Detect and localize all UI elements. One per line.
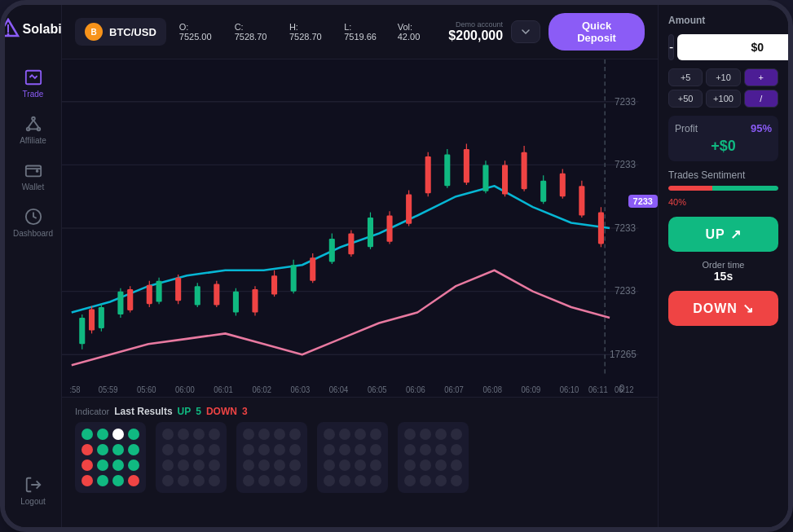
dot [112,444,124,455]
svg-point-2 [7,33,9,36]
ohlc-data: O: 7525.00 C: 7528.70 H: 7528.70 L: 7519… [179,22,436,42]
dot [162,429,174,440]
demo-label: Demo account [448,20,503,29]
quick-amt-50[interactable]: +50 [668,90,703,108]
sidebar-item-trade[interactable]: Trade [5,60,61,107]
dot [274,444,285,455]
down-button[interactable]: DOWN ↘ [668,291,778,326]
dot [178,444,189,455]
logout-icon [24,476,42,494]
svg-text:05:60: 05:60 [137,385,156,394]
amount-input[interactable] [677,34,793,60]
ohlc-close: C: 7528.70 [235,22,276,42]
quick-amt-plus[interactable]: + [744,68,778,86]
svg-line-8 [33,120,38,127]
account-dropdown[interactable] [511,20,540,43]
last-results-label: Last Results [114,406,172,417]
dot [324,429,335,440]
dot [355,459,366,471]
dot [404,475,416,486]
demo-account: Demo account $200,000 [448,20,503,43]
order-time-label: Order time [668,260,778,270]
chevron-down-icon [520,26,531,37]
dot [178,459,189,471]
dot [404,429,416,440]
svg-text:06:00: 06:00 [175,385,195,394]
dot [435,429,447,440]
dot [289,444,301,455]
sidebar-item-logout[interactable]: Logout [5,468,61,514]
svg-text:7233: 7233 [615,95,636,108]
svg-text:7233: 7233 [615,159,636,171]
svg-point-4 [32,117,35,121]
sidebar-item-wallet[interactable]: Wallet [5,153,61,200]
dashboard-icon [24,208,42,226]
sentiment-pct: 40% [668,197,686,207]
svg-text:06:06: 06:06 [406,385,425,394]
profit-section: Profit 95% +$0 [668,116,778,161]
svg-text:05:59: 05:59 [99,385,118,394]
trade-icon [24,68,42,86]
sidebar-item-label: Wallet [22,182,44,191]
last-results-panel: Indicator Last Results UP 5 DOWN 3 [75,406,469,519]
dot [243,475,254,486]
dot [97,459,108,471]
dot [355,429,366,440]
svg-text:06:07: 06:07 [444,385,464,394]
sentiment-red [668,186,712,191]
sentiment-green [712,186,778,191]
dot [451,459,462,471]
svg-text:06:01: 06:01 [214,385,233,394]
dot [112,475,124,486]
current-price-tag: 7233 [628,195,658,208]
sidebar-item-dashboard[interactable]: Dashboard [5,200,61,246]
dot [289,475,301,486]
dot [193,444,205,455]
demo-amount: $200,000 [448,29,503,43]
quick-amt-slash[interactable]: / [744,90,778,108]
logo-icon [0,18,20,41]
dot [355,475,366,486]
quick-amt-100[interactable]: +100 [706,90,740,108]
dot [82,475,93,486]
minus-button[interactable]: - [668,34,674,60]
dot [193,459,205,471]
svg-text:7233: 7233 [615,285,636,297]
dot [420,459,431,471]
dot [209,429,220,440]
dot [112,459,124,471]
dot [82,459,93,471]
dot [178,429,189,440]
quick-deposit-button[interactable]: Quick Deposit [548,13,645,51]
dot [258,475,270,486]
svg-text:7233: 7233 [615,222,636,234]
quick-amt-5[interactable]: +5 [668,68,703,86]
result-dots-4 [324,429,381,486]
ohlc-high: H: 7528.70 [289,22,331,42]
dot [128,429,139,440]
affiliate-icon [24,115,42,133]
up-button[interactable]: UP ↗ [668,217,778,252]
dot [112,429,124,440]
svg-text::58: :58 [69,385,81,394]
logout-label: Logout [20,497,46,506]
dot [193,429,205,440]
dot [324,475,335,486]
order-time-section: Order time 15s [668,260,778,283]
dot [451,475,462,486]
down-count: 3 [242,406,248,417]
sidebar-item-affiliate[interactable]: Affiliate [5,107,61,153]
svg-text:06:10: 06:10 [560,385,579,394]
dot [193,475,205,486]
dot [162,459,174,471]
quick-amt-10[interactable]: +10 [706,68,740,86]
header-right: Demo account $200,000 Quick Deposit [448,13,645,51]
result-dots-3 [243,429,301,486]
dot [339,475,350,486]
dot [324,459,335,471]
dot [370,429,381,440]
amount-label: Amount [668,15,778,26]
pair-badge[interactable]: B BTC/USD [75,18,166,46]
dot [339,459,350,471]
sentiment-section: Trades Sentiment 40% [668,169,778,209]
